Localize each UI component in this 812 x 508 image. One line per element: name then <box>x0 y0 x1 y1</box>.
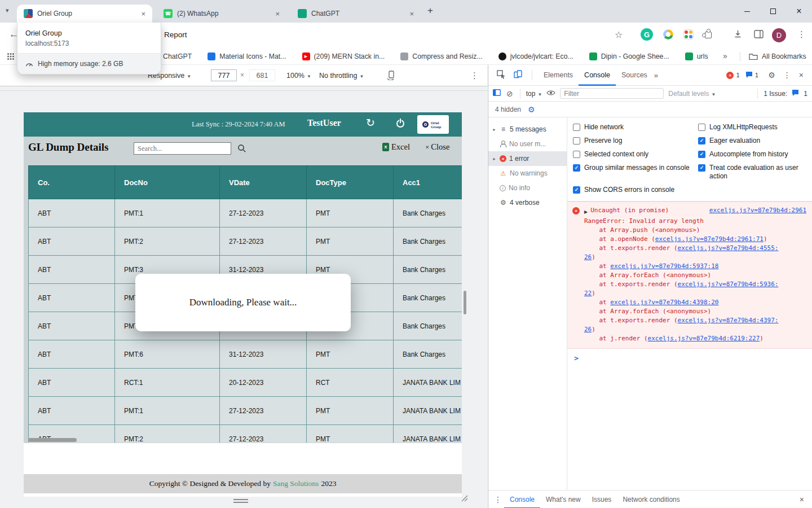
browser-tab-chatgpt[interactable]: ChatGPT × <box>291 5 421 23</box>
source-link[interactable]: exceljs.js?v=87e79b4d:4555: <box>678 244 779 252</box>
console-setting[interactable]: ✓Autocomplete from history <box>698 150 807 159</box>
browser-tab-whatsapp[interactable]: ☎ (2) WhatsApp × <box>157 5 286 23</box>
bookmark-item[interactable]: Material Icons - Mat... <box>208 52 286 60</box>
footer-link[interactable]: Sang Solutions <box>273 479 319 488</box>
javascript-context-select[interactable]: top▼ <box>526 90 542 98</box>
hidden-messages-label[interactable]: 4 hidden <box>495 106 521 113</box>
vertical-scrollbar-thumb[interactable] <box>464 291 466 314</box>
extension-ring-icon[interactable] <box>663 29 673 40</box>
console-prompt[interactable]: > <box>567 349 812 362</box>
error-badge-icon[interactable]: × <box>726 72 734 79</box>
source-link[interactable]: exceljs.js?v=87e79b4d:2961:71 <box>655 235 764 243</box>
tab-close-icon[interactable]: × <box>139 10 148 18</box>
bookmark-item[interactable]: Dipin - Google Shee... <box>589 52 669 60</box>
console-setting[interactable]: ✓Eager evaluation <box>698 137 807 145</box>
drawer-close-icon[interactable]: × <box>796 495 807 504</box>
console-setting[interactable]: Hide network <box>573 123 698 132</box>
source-link[interactable]: 22 <box>584 290 592 297</box>
maximize-button[interactable] <box>760 0 786 23</box>
console-sidebar-item[interactable]: ⚠No warnings <box>488 166 567 181</box>
console-setting[interactable]: ✓Show CORS errors in console <box>573 186 698 194</box>
show-console-sidebar-icon[interactable] <box>493 89 501 98</box>
console-setting[interactable]: ✓Treat code evaluation as user action <box>698 164 807 181</box>
devtools-settings-gear-icon[interactable]: ⚙ <box>768 71 775 80</box>
checkbox-unchecked-icon[interactable] <box>573 124 580 131</box>
device-toolbar-menu-icon[interactable]: ⋮ <box>470 71 479 81</box>
source-link[interactable]: exceljs.js?v=87e79b4d:4398:20 <box>610 299 718 306</box>
devtools-close-icon[interactable]: × <box>799 71 804 80</box>
devtools-tab-elements[interactable]: Elements <box>538 65 579 86</box>
console-filter-input[interactable] <box>560 88 664 99</box>
console-sidebar-item[interactable]: ⚙4 verbose <box>488 195 567 210</box>
browser-tab-oriel-group[interactable]: Oriel Group × <box>17 5 152 23</box>
refresh-icon[interactable]: ↻ <box>366 116 375 129</box>
checkbox-checked-icon[interactable]: ✓ <box>573 186 580 194</box>
more-tabs-icon[interactable]: » <box>654 71 658 80</box>
browser-menu-icon[interactable]: ⋮ <box>797 29 806 40</box>
source-link[interactable]: 26 <box>584 326 592 333</box>
drawer-menu-icon[interactable]: ⋮ <box>494 495 502 504</box>
drawer-tab-network-conditions[interactable]: Network conditions <box>617 491 685 508</box>
minimize-button[interactable] <box>734 0 760 23</box>
rotate-viewport-icon[interactable] <box>386 70 396 82</box>
console-sidebar-item[interactable]: No user m... <box>488 137 567 151</box>
bookmarks-overflow-icon[interactable]: » <box>723 51 727 60</box>
throttling-select[interactable]: No throttling▼ <box>319 72 364 80</box>
devtools-tab-console[interactable]: Console <box>579 65 616 86</box>
expand-arrow-icon[interactable]: ▶ <box>584 208 588 217</box>
new-tab-button[interactable]: + <box>427 5 433 16</box>
extension-palette-icon[interactable] <box>683 29 694 40</box>
close-report-button[interactable]: × Close <box>425 142 449 152</box>
source-link[interactable]: exceljs.js?v=87e79b4d:4397: <box>678 317 779 324</box>
search-input[interactable] <box>134 142 231 155</box>
source-link[interactable]: exceljs.js?v=87e79b4d:2961 <box>709 206 806 215</box>
live-expression-eye-icon[interactable] <box>546 90 555 98</box>
downloads-icon[interactable] <box>733 29 743 41</box>
viewport-height-input[interactable] <box>249 69 275 81</box>
bookmark-item[interactable]: Compress and Resiz... <box>400 52 482 60</box>
inspect-element-icon[interactable] <box>497 70 506 81</box>
error-summary-row[interactable]: ▶ Uncaught (in promise) exceljs.js?v=87e… <box>584 206 806 217</box>
extensions-puzzle-icon[interactable] <box>705 32 712 38</box>
viewport-resize-handle-corner[interactable] <box>460 494 468 504</box>
source-link[interactable]: exceljs.js?v=87e79b4d:5937:18 <box>610 262 718 270</box>
horizontal-scrollbar-thumb[interactable] <box>28 438 77 442</box>
checkbox-unchecked-icon[interactable] <box>573 137 580 144</box>
search-icon[interactable] <box>237 144 246 155</box>
drawer-tab-issues[interactable]: Issues <box>586 491 617 508</box>
checkbox-checked-icon[interactable]: ✓ <box>573 164 580 172</box>
bookmark-item[interactable]: jvlcode/jvlcart: Eco... <box>498 52 573 60</box>
viewport-resize-handle-bottom[interactable] <box>233 499 248 503</box>
clear-console-icon[interactable]: ⊘ <box>506 89 513 98</box>
checkbox-checked-icon[interactable]: ✓ <box>698 151 705 158</box>
checkbox-checked-icon[interactable]: ✓ <box>698 164 705 172</box>
console-settings-gear-icon[interactable]: ⚙ <box>528 105 535 114</box>
drawer-tab-console[interactable]: Console <box>504 491 540 508</box>
devtools-menu-icon[interactable]: ⋮ <box>783 71 791 80</box>
all-bookmarks-button[interactable]: All Bookmarks <box>749 48 806 65</box>
issues-bubble-icon[interactable] <box>745 71 753 80</box>
console-sidebar-item[interactable]: ▸≡5 messages <box>488 122 567 137</box>
checkbox-unchecked-icon[interactable] <box>698 124 705 131</box>
bookmark-item[interactable]: urls <box>685 52 708 60</box>
grammarly-extension-icon[interactable]: G <box>641 28 653 41</box>
window-close-button[interactable]: × <box>786 0 812 23</box>
side-panel-icon[interactable] <box>754 30 764 41</box>
console-sidebar-item[interactable]: iNo info <box>488 181 567 195</box>
viewport-width-input[interactable] <box>211 69 237 81</box>
console-setting[interactable]: Selected context only <box>573 150 698 159</box>
bookmark-item[interactable]: ▶(209) MERN Stack in... <box>302 52 385 60</box>
console-setting[interactable]: Log XMLHttpRequests <box>698 123 807 132</box>
source-link[interactable]: exceljs.js?v=87e79b4d:6219:227 <box>648 335 760 342</box>
tab-close-icon[interactable]: × <box>273 10 282 18</box>
log-levels-select[interactable]: Default levels▼ <box>668 90 716 98</box>
console-sidebar-item[interactable]: ▸×1 error <box>488 151 567 166</box>
tab-search-icon[interactable]: ▾ <box>6 7 9 14</box>
checkbox-unchecked-icon[interactable] <box>573 151 580 158</box>
toggle-device-toolbar-icon[interactable] <box>514 70 522 80</box>
devtools-tab-sources[interactable]: Sources <box>616 65 653 86</box>
console-setting[interactable]: Preserve log <box>573 137 698 145</box>
profile-avatar[interactable]: D <box>772 28 786 42</box>
source-link[interactable]: 26 <box>584 253 592 261</box>
logout-power-icon[interactable] <box>396 120 404 128</box>
